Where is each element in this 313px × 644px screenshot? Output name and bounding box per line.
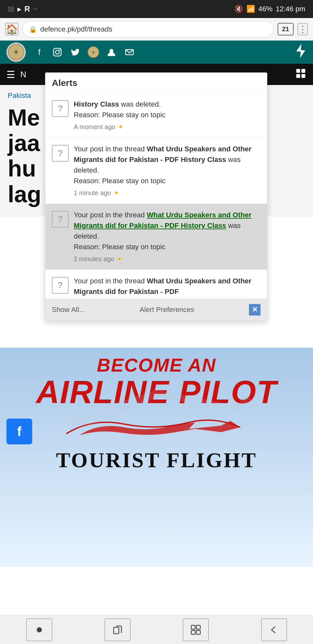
close-button[interactable]: ✕ <box>249 304 261 316</box>
twitter-icon[interactable] <box>70 46 81 58</box>
alert-pre-text: Your post in the thread <box>74 145 147 153</box>
alert-item: ? Your post in the thread What Urdu Spea… <box>45 138 267 204</box>
svg-rect-15 <box>191 625 195 629</box>
status-left-icons: ⬛ ▶ R ··· <box>8 5 38 14</box>
recent-apps-button[interactable] <box>105 619 130 641</box>
tab-switcher-button[interactable] <box>183 619 209 641</box>
hamburger-icon[interactable]: ☰ <box>6 69 15 80</box>
status-time: 12:46 pm <box>276 5 305 13</box>
alert-content: Your post in the thread What Urdu Speake… <box>74 144 261 198</box>
alert-content: Your post in the thread What Urdu Speake… <box>74 276 261 297</box>
alert-question-icon: ? <box>52 211 69 228</box>
svg-text:⚜: ⚜ <box>91 50 95 55</box>
wifi-icon: 📶 <box>246 5 255 13</box>
instagram-icon[interactable] <box>52 46 63 58</box>
tree-icon[interactable] <box>295 68 307 81</box>
lock-icon: 🔒 <box>29 25 37 33</box>
alert-time-text: A moment ago <box>74 122 115 132</box>
alert-pre-text: Your post in the thread <box>74 277 147 285</box>
star-icon: ✦ <box>114 188 119 198</box>
svg-point-4 <box>59 49 60 51</box>
bottom-nav <box>0 615 313 644</box>
breadcrumb-text: Pakista <box>8 91 31 99</box>
alert-content: Your post in the thread What Urdu Speake… <box>74 210 261 264</box>
youtube-icon: ▶ <box>17 6 21 12</box>
alert-question-icon: ? <box>52 100 69 117</box>
alert-pre-text: Your post in the thread <box>74 211 147 219</box>
status-right-area: 🔇 📶 46% 12:46 pm <box>234 5 305 13</box>
svg-rect-18 <box>196 630 200 634</box>
mute-icon: 🔇 <box>234 5 243 13</box>
url-text: defence.pk/pdf/threads <box>40 25 112 33</box>
r-icon: R <box>24 5 30 14</box>
facebook-share-button[interactable]: f <box>6 419 32 444</box>
site-logo: ⚜ <box>6 43 26 62</box>
svg-rect-16 <box>196 625 200 629</box>
alerts-title: Alerts <box>45 73 267 93</box>
alert-item: ? Your post in the thread What Urdu Spea… <box>45 270 267 299</box>
svg-rect-14 <box>114 627 119 634</box>
alert-preferences-link[interactable]: Alert Preferences <box>139 306 194 314</box>
more-options-button[interactable]: ⋮ <box>298 23 308 35</box>
star-icon: ✦ <box>118 122 123 132</box>
alerts-footer: Show All... Alert Preferences ✕ <box>45 299 267 321</box>
ad-banner: BECOME AN AIRLINE PILOT TOURIST FLIGHT <box>0 348 313 567</box>
svg-point-13 <box>37 627 42 632</box>
alert-reason: Reason: Please stay on topic <box>74 243 166 251</box>
social-icons: f ⚜ <box>33 46 135 58</box>
browser-bar: 🏠 🔒 defence.pk/pdf/threads 21 ⋮ <box>0 18 313 41</box>
alert-content: History Class was deleted. Reason: Pleas… <box>74 99 261 132</box>
user-icon[interactable] <box>106 46 117 58</box>
status-bar: ⬛ ▶ R ··· 🔇 📶 46% 12:46 pm <box>0 0 313 18</box>
alert-time-text: 2 minutes ago <box>74 254 114 264</box>
show-all-link[interactable]: Show All... <box>52 306 85 314</box>
alert-time-text: 1 minute ago <box>74 188 111 198</box>
alert-item-highlighted: ? Your post in the thread What Urdu Spea… <box>45 204 267 270</box>
alert-reason: Reason: Please stay on topic <box>74 177 166 185</box>
nav-label: N <box>20 70 26 80</box>
home-button[interactable]: 🏠 <box>5 23 18 35</box>
alert-reason: Reason: Please stay on topic <box>74 111 166 119</box>
tabs-button[interactable]: 21 <box>278 23 294 35</box>
bottom-text: TOURIST FLIGHT <box>56 448 257 472</box>
alert-item: ? History Class was deleted. Reason: Ple… <box>45 93 267 138</box>
back-button[interactable] <box>261 619 287 641</box>
plane-background <box>0 380 313 444</box>
site-header: ⚜ f ⚜ <box>0 41 313 64</box>
url-bar[interactable]: 🔒 defence.pk/pdf/threads <box>22 21 274 38</box>
star-icon: ✦ <box>117 254 122 264</box>
alerts-dropdown: Alerts ? History Class was deleted. Reas… <box>45 72 267 321</box>
battery-level: 46% <box>258 5 272 13</box>
svg-rect-17 <box>191 630 195 634</box>
screen-recorder-icon: ⬛ <box>8 6 14 12</box>
mail-icon[interactable] <box>124 46 135 58</box>
alert-question-icon: ? <box>52 277 69 294</box>
svg-rect-10 <box>301 69 305 73</box>
become-an-text: BECOME AN <box>97 354 216 376</box>
svg-text:⚜: ⚜ <box>13 49 19 56</box>
svg-rect-11 <box>296 74 300 78</box>
alert-post-text: was deleted. <box>121 100 161 108</box>
svg-rect-9 <box>296 69 300 73</box>
facebook-icon[interactable]: f <box>33 46 45 58</box>
flash-icon[interactable] <box>295 43 307 61</box>
alert-question-icon: ? <box>52 145 69 162</box>
home-dot-button[interactable] <box>26 619 52 641</box>
badge-icon: ⚜ <box>88 46 99 58</box>
svg-point-3 <box>55 50 59 54</box>
svg-rect-12 <box>301 74 305 78</box>
more-icon: ··· <box>33 6 37 12</box>
alert-thread-name: History Class <box>74 100 119 108</box>
